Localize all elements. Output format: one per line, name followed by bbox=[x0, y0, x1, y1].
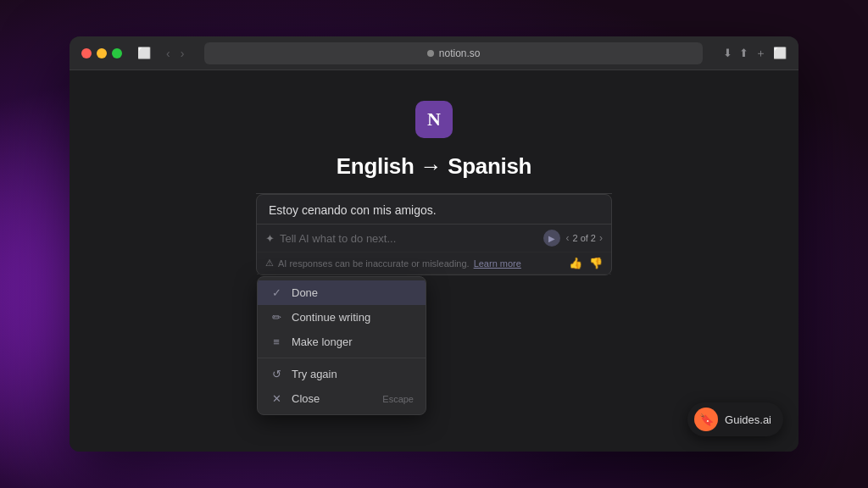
close-button[interactable] bbox=[81, 48, 92, 58]
escape-shortcut: Escape bbox=[382, 394, 414, 404]
next-result-button[interactable]: › bbox=[599, 232, 603, 244]
title-english: English bbox=[337, 153, 415, 179]
title-arrow: → bbox=[420, 153, 448, 179]
notion-letter: N bbox=[427, 108, 441, 130]
tabs-icon[interactable]: ⬜ bbox=[773, 47, 787, 59]
ai-feedback-actions: 👍 👎 bbox=[569, 257, 603, 269]
nav-buttons: ‹ › bbox=[163, 45, 187, 62]
browser-window: ⬜ ‹ › notion.so ⬇ ⬆ ＋ ⬜ N English → Span… bbox=[70, 36, 798, 452]
action-menu-section-1: ✓ Done ✏ Continue writing ≡ Make longer bbox=[258, 277, 426, 358]
back-button[interactable]: ‹ bbox=[163, 45, 174, 62]
ai-warning-row: ⚠ AI responses can be inaccurate or misl… bbox=[257, 252, 611, 274]
try-again-menu-item[interactable]: ↺ Try again bbox=[258, 362, 426, 386]
action-menu: ✓ Done ✏ Continue writing ≡ Make longer … bbox=[257, 276, 426, 415]
warning-icon: ⚠ bbox=[265, 258, 274, 269]
close-x-icon: ✕ bbox=[270, 392, 283, 405]
checkmark-icon: ✓ bbox=[270, 286, 283, 299]
url-display: notion.so bbox=[439, 47, 481, 59]
ai-nav: ‹ 2 of 2 › bbox=[565, 232, 603, 244]
make-longer-label: Make longer bbox=[292, 336, 414, 348]
done-menu-item[interactable]: ✓ Done bbox=[258, 280, 426, 305]
ai-warning-text: ⚠ AI responses can be inaccurate or misl… bbox=[265, 258, 521, 269]
close-menu-item[interactable]: ✕ Close Escape bbox=[258, 386, 426, 411]
try-again-label: Try again bbox=[292, 368, 414, 380]
ai-response-text: Estoy cenando con mis amigos. bbox=[257, 195, 611, 225]
result-count: 2 of 2 bbox=[572, 233, 596, 243]
new-tab-icon[interactable]: ＋ bbox=[755, 46, 766, 61]
address-bar[interactable]: notion.so bbox=[204, 42, 703, 64]
sidebar-toggle-icon[interactable]: ⬜ bbox=[136, 45, 153, 62]
continue-writing-menu-item[interactable]: ✏ Continue writing bbox=[258, 305, 426, 330]
make-longer-menu-item[interactable]: ≡ Make longer bbox=[258, 330, 426, 354]
continue-writing-label: Continue writing bbox=[292, 311, 414, 324]
title-bar: ⬜ ‹ › notion.so ⬇ ⬆ ＋ ⬜ bbox=[70, 36, 798, 70]
warning-label: AI responses can be inaccurate or mislea… bbox=[278, 258, 470, 269]
download-icon[interactable]: ⬇ bbox=[723, 47, 732, 59]
retry-icon: ↺ bbox=[270, 368, 283, 380]
forward-button[interactable]: › bbox=[177, 45, 188, 62]
page-title: English → Spanish bbox=[337, 153, 531, 180]
done-label: Done bbox=[292, 286, 414, 299]
notion-logo: N bbox=[415, 101, 453, 138]
learn-more-link[interactable]: Learn more bbox=[474, 258, 521, 269]
title-spanish: Spanish bbox=[448, 153, 531, 179]
pencil-icon: ✏ bbox=[270, 311, 283, 324]
minimize-button[interactable] bbox=[97, 48, 107, 58]
share-icon[interactable]: ⬆ bbox=[739, 47, 748, 59]
sparkle-icon: ✦ bbox=[265, 232, 275, 245]
ai-input[interactable]: Tell AI what to do next... bbox=[280, 232, 538, 245]
thumbs-up-button[interactable]: 👍 bbox=[569, 257, 582, 269]
content-area: N English → Spanish Estoy cenando con mi… bbox=[70, 70, 798, 452]
guides-label: Guides.ai bbox=[725, 413, 771, 426]
prev-result-button[interactable]: ‹ bbox=[565, 232, 569, 244]
traffic-lights bbox=[81, 48, 122, 58]
ai-send-button[interactable]: ▶ bbox=[543, 230, 560, 247]
ai-input-row: ✦ Tell AI what to do next... ▶ ‹ 2 of 2 … bbox=[257, 225, 611, 252]
action-menu-section-2: ↺ Try again ✕ Close Escape bbox=[258, 358, 426, 414]
guides-badge[interactable]: 🔖 Guides.ai bbox=[687, 402, 783, 436]
maximize-button[interactable] bbox=[112, 48, 122, 58]
ai-response-card: Estoy cenando con mis amigos. ✦ Tell AI … bbox=[256, 194, 612, 275]
guides-icon: 🔖 bbox=[694, 408, 718, 431]
toolbar-right: ⬇ ⬆ ＋ ⬜ bbox=[723, 46, 787, 61]
security-icon bbox=[427, 50, 434, 57]
close-label: Close bbox=[292, 392, 374, 405]
thumbs-down-button[interactable]: 👎 bbox=[589, 257, 603, 269]
lines-icon: ≡ bbox=[270, 336, 283, 348]
